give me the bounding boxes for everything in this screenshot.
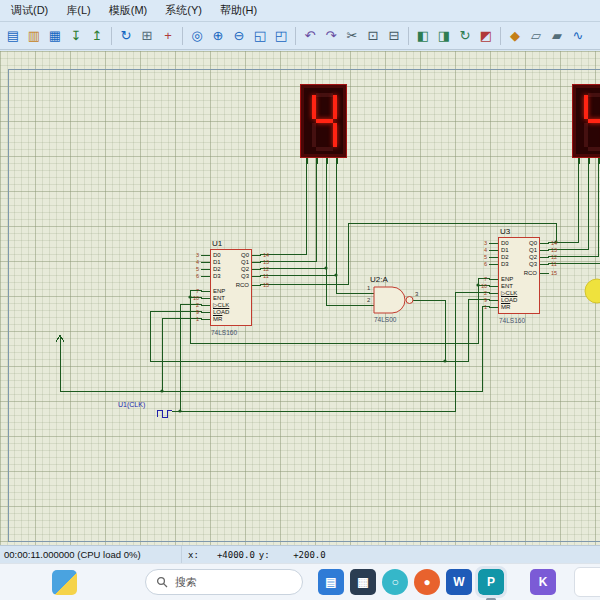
- taskbar-app-explorer[interactable]: ▤: [318, 569, 344, 595]
- nand-gate-body: [374, 287, 405, 313]
- menu-item-3[interactable]: 系统(Y): [156, 0, 211, 21]
- segment-d: [316, 147, 333, 151]
- pin-name: Q2: [241, 266, 249, 273]
- display-pin: [337, 158, 338, 164]
- x-value: +4000.0: [203, 550, 255, 560]
- toolbar-icon-toggle-grid[interactable]: ⊞: [137, 26, 157, 46]
- taskbar-app-k[interactable]: K: [530, 569, 556, 595]
- toolbar-separator: [111, 27, 112, 45]
- toolbar-icon-redraw[interactable]: ↻: [116, 26, 136, 46]
- toolbar-icon-make-device[interactable]: ▱: [526, 26, 546, 46]
- pin-number: 7: [473, 276, 487, 283]
- menu-item-1[interactable]: 库(L): [57, 0, 99, 21]
- toolbar-icon-zoom-out[interactable]: ⊖: [229, 26, 249, 46]
- toolbar-icon-import-section[interactable]: ↧: [66, 26, 86, 46]
- wire: [60, 347, 162, 391]
- toolbar-icon-zoom-all[interactable]: ◱: [250, 26, 270, 46]
- pin-number: 2: [185, 302, 199, 309]
- pin-U1-Q3: 11Q3: [211, 273, 251, 280]
- toolbar-icon-paste[interactable]: ⊟: [384, 26, 404, 46]
- toolbar-icon-packaging-tool[interactable]: ▰: [547, 26, 567, 46]
- pin-name: LOAD: [501, 297, 517, 304]
- status-bar: 00:00:11.000000 (CPU load 0%) x: +4000.0…: [0, 545, 600, 563]
- taskbar-apps: ▤▦○●WP: [318, 569, 504, 595]
- wire: [548, 158, 588, 249]
- schematic-canvas[interactable]: U2:A 74LS00 1 2 3 U1(CLK) U174LS1603D04D…: [0, 51, 600, 545]
- toolbar-icon-block-delete[interactable]: ◩: [476, 26, 496, 46]
- chip-part-label: 74LS160: [499, 317, 525, 324]
- toolbar-icon-zoom-in[interactable]: ⊕: [208, 26, 228, 46]
- pin-name: ▷CLK: [213, 302, 229, 309]
- pin-name: ENP: [501, 276, 513, 283]
- chip-U1[interactable]: U174LS1603D04D15D26D37ENP10ENT2▷CLK9LOAD…: [210, 249, 252, 326]
- taskbar-app-dark[interactable]: ▦: [350, 569, 376, 595]
- simulation-time: 00:00:11.000000 (CPU load 0%): [0, 546, 182, 563]
- proteus-window: 调试(D)库(L)模版(M)系统(Y)帮助(H) ▤▥▦↧↥↻⊞+◎⊕⊖◱◰↶↷…: [0, 0, 600, 50]
- gate-pin2-number: 2: [367, 297, 370, 303]
- toolbar-icon-block-move[interactable]: ◨: [434, 26, 454, 46]
- gate-pin1-number: 1: [367, 285, 370, 291]
- pin-name: MR: [501, 304, 510, 311]
- taskbar-app-proteus[interactable]: P: [478, 569, 504, 595]
- taskbar-search[interactable]: 搜索: [145, 569, 303, 595]
- pin-number: 13: [263, 259, 277, 266]
- clock-probe-label[interactable]: U1(CLK): [118, 401, 145, 408]
- segment-f: [584, 95, 588, 119]
- toolbar-icon-export-section[interactable]: ↥: [87, 26, 107, 46]
- menu-item-4[interactable]: 帮助(H): [211, 0, 266, 21]
- pin-U3-Q3: 11Q3: [499, 261, 539, 268]
- pin-name: RCO: [236, 282, 249, 289]
- junction-dot: [443, 359, 446, 362]
- display-right[interactable]: [572, 84, 600, 158]
- nand-gate[interactable]: [366, 287, 420, 313]
- wire: [326, 268, 366, 305]
- pin-name: LOAD: [213, 309, 229, 316]
- toolbar-icon-electrical-rule-check[interactable]: ∿: [568, 26, 588, 46]
- pin-number: 11: [551, 261, 565, 268]
- pin-name: Q1: [529, 247, 537, 254]
- display-pin: [307, 158, 308, 164]
- y-label: y:: [259, 550, 270, 560]
- toolbar-icon-pick-parts[interactable]: ◆: [505, 26, 525, 46]
- menu-bar: 调试(D)库(L)模版(M)系统(Y)帮助(H): [0, 0, 600, 22]
- pin-number: 3: [473, 240, 487, 247]
- segment-b: [333, 95, 337, 119]
- menu-item-0[interactable]: 调试(D): [2, 0, 57, 21]
- pin-number: 1: [473, 304, 487, 311]
- widgets-icon[interactable]: [52, 570, 77, 595]
- taskbar-app-edge[interactable]: ○: [382, 569, 408, 595]
- gate-ref-label: U2:A: [370, 275, 388, 284]
- display-left[interactable]: [300, 84, 347, 158]
- pin-number: 9: [473, 297, 487, 304]
- ground-symbol[interactable]: [56, 335, 64, 347]
- pin-name: ▷CLK: [501, 290, 517, 297]
- toolbar-icon-zoom-area[interactable]: ◰: [271, 26, 291, 46]
- toolbar-icon-open-design[interactable]: ▥: [24, 26, 44, 46]
- menu-item-2[interactable]: 模版(M): [100, 0, 157, 21]
- pin-number: 13: [551, 247, 565, 254]
- pin-name: ENP: [213, 288, 225, 295]
- pin-number: 6: [473, 261, 487, 268]
- toolbar-icon-undo[interactable]: ↶: [300, 26, 320, 46]
- nand-gate-bubble: [406, 297, 413, 304]
- toolbar-icon-origin[interactable]: +: [158, 26, 178, 46]
- toolbar-icon-block-copy[interactable]: ◧: [413, 26, 433, 46]
- clock-waveform-icon[interactable]: [157, 410, 172, 417]
- toolbar-icon-save-design[interactable]: ▦: [45, 26, 65, 46]
- pin-U1-Q0: 14Q0: [211, 252, 251, 259]
- toolbar-icon-redo[interactable]: ↷: [321, 26, 341, 46]
- tray-flyout[interactable]: [574, 567, 600, 597]
- toolbar-icon-cut[interactable]: ✂: [342, 26, 362, 46]
- toolbar-icon-copy[interactable]: ⊡: [363, 26, 383, 46]
- pin-number: 7: [185, 288, 199, 295]
- toolbar-icon-pan[interactable]: ◎: [187, 26, 207, 46]
- taskbar-app-browser[interactable]: ●: [414, 569, 440, 595]
- pin-number: 15: [263, 282, 277, 289]
- toolbar-icon-block-rotate[interactable]: ↻: [455, 26, 475, 46]
- pin-name: Q3: [241, 273, 249, 280]
- taskbar-app-word[interactable]: W: [446, 569, 472, 595]
- pin-number: 4: [185, 259, 199, 266]
- chip-U3[interactable]: U374LS1603D04D15D26D37ENP10ENT2▷CLK9LOAD…: [498, 237, 540, 314]
- toolbar-icon-new-design[interactable]: ▤: [3, 26, 23, 46]
- cursor-coordinates: x: +4000.0 y: +200.0: [182, 550, 326, 560]
